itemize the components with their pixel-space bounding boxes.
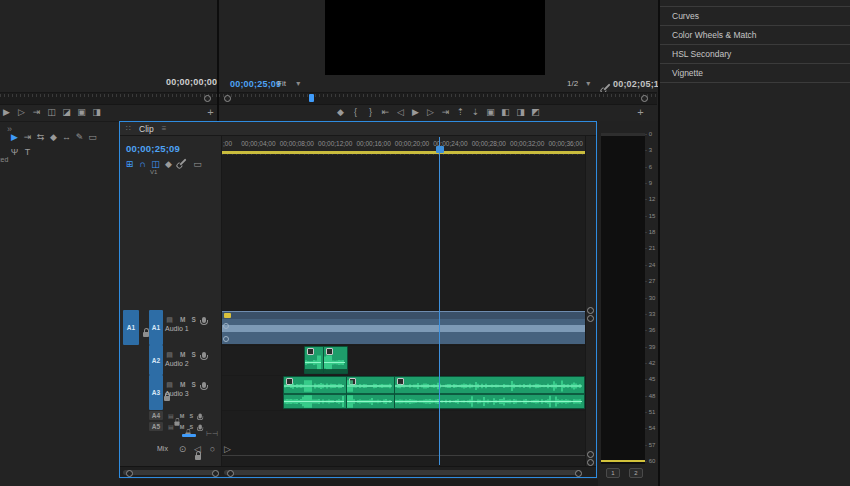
volume-band[interactable]: [222, 325, 585, 332]
timeline-zoom-scrollbar[interactable]: [224, 470, 581, 475]
export-frame-icon[interactable]: ▣: [486, 106, 495, 119]
comparison-view-icon[interactable]: ◧: [501, 106, 510, 119]
vscroll-handle[interactable]: [587, 307, 594, 314]
timeline-timecode[interactable]: 00;00;25;09: [126, 143, 180, 154]
scrollbar-handle[interactable]: [227, 470, 234, 477]
voiceover-mic-icon[interactable]: [202, 317, 206, 323]
timeline-tab-clip[interactable]: Clip: [139, 124, 154, 134]
overwrite-icon[interactable]: ◪: [62, 106, 71, 119]
panel-menu-icon[interactable]: ≡: [160, 122, 169, 135]
source-timecode[interactable]: 00;00;00;00: [166, 77, 217, 87]
source-patch-a1[interactable]: A1: [123, 310, 139, 345]
vscroll-handle[interactable]: [587, 459, 594, 466]
program-scrubber-playhead[interactable]: [309, 94, 314, 102]
track-name-mix[interactable]: Mix: [157, 445, 168, 452]
play-icon[interactable]: ▶: [411, 106, 420, 119]
program-scrubber-handle-right[interactable]: [641, 95, 648, 102]
header-zoom-scrollbar[interactable]: [123, 470, 219, 475]
timeline-settings-wrench-icon[interactable]: [177, 156, 189, 172]
work-area-bar[interactable]: [222, 151, 585, 154]
source-scrubber-handle[interactable]: [204, 95, 211, 102]
rectangle-tool[interactable]: ▭: [88, 131, 97, 144]
playback-resolution-select[interactable]: 1/2 ▾: [567, 79, 590, 88]
mute-button[interactable]: M: [180, 316, 185, 323]
previous-keyframe-icon[interactable]: ◁: [193, 443, 202, 456]
vscroll-handle[interactable]: [587, 315, 594, 322]
solo-button[interactable]: S: [189, 413, 193, 419]
multi-camera-icon[interactable]: ◨: [516, 106, 525, 119]
export-frame-icon[interactable]: ▣: [77, 106, 86, 119]
ripple-edit-tool[interactable]: ⇆: [36, 131, 45, 144]
program-timecode[interactable]: 00;00;25;09: [230, 79, 281, 89]
hand-tool[interactable]: Ψ: [10, 146, 19, 159]
track-target-a3[interactable]: A3: [149, 375, 163, 410]
step-forward-icon[interactable]: ▷: [17, 106, 26, 119]
fx-badge[interactable]: [307, 348, 314, 355]
track-target-a1[interactable]: A1: [149, 310, 163, 345]
lumetri-section-vignette[interactable]: Vignette: [660, 64, 850, 83]
scrollbar-handle[interactable]: [575, 470, 582, 477]
next-keyframe-icon[interactable]: ▷: [223, 443, 232, 456]
track-select-forward-tool[interactable]: ⇥: [23, 131, 32, 144]
meter-channel-2[interactable]: 2: [629, 468, 643, 478]
extract-icon[interactable]: ⇣: [471, 106, 480, 119]
selection-tool[interactable]: ▶: [10, 131, 19, 144]
nested-sequence-icon[interactable]: ⊞: [125, 158, 134, 171]
voiceover-mic-icon[interactable]: [202, 352, 206, 358]
go-to-out-icon[interactable]: ⇥: [441, 106, 450, 119]
voiceover-mic-icon[interactable]: [198, 424, 201, 429]
captions-icon[interactable]: ▭: [193, 158, 202, 171]
program-scrubber-handle-left[interactable]: [224, 95, 231, 102]
pen-tool[interactable]: ✎: [75, 131, 84, 144]
step-forward-icon[interactable]: ▷: [426, 106, 435, 119]
track-target-a4[interactable]: A4: [149, 411, 163, 420]
fx-badge[interactable]: [326, 348, 333, 355]
mark-in-icon[interactable]: {: [351, 106, 360, 119]
lumetri-section-color-wheels-match[interactable]: Color Wheels & Match: [660, 26, 850, 45]
solo-button[interactable]: S: [191, 381, 195, 388]
meter-channel-1[interactable]: 1: [606, 468, 620, 478]
scrollbar-handle[interactable]: [126, 470, 133, 477]
clip-audio3-3[interactable]: [394, 376, 585, 409]
lumetri-section-curves[interactable]: Curves: [660, 7, 850, 26]
mute-button[interactable]: M: [180, 424, 185, 430]
mute-button[interactable]: M: [180, 413, 185, 419]
fx-badge[interactable]: [224, 313, 231, 318]
clip-audio3-2[interactable]: [346, 376, 395, 409]
go-to-in-icon[interactable]: ⇤: [381, 106, 390, 119]
mark-out-icon[interactable]: }: [366, 106, 375, 119]
track-target-a5[interactable]: A5: [149, 422, 163, 431]
track-target-a2[interactable]: A2: [149, 345, 163, 375]
razor-tool[interactable]: ◆: [49, 131, 58, 144]
clip-audio2-2[interactable]: [323, 346, 348, 374]
program-add-button[interactable]: +: [636, 106, 645, 119]
track-name-audio2[interactable]: Audio 2: [165, 360, 189, 367]
snap-icon[interactable]: ∩: [138, 158, 147, 171]
keyframe-toggle-icon[interactable]: [223, 336, 229, 342]
clip-audio2-1[interactable]: [304, 346, 324, 374]
playhead-head[interactable]: [436, 146, 444, 153]
voiceover-mic-icon[interactable]: [202, 382, 206, 388]
button-editor-icon[interactable]: ◨: [92, 106, 101, 119]
program-settings-wrench-icon[interactable]: [603, 83, 610, 90]
track-height-mini-scrollbar[interactable]: [182, 434, 196, 437]
scrollbar-handle[interactable]: [212, 470, 219, 477]
add-marker-icon[interactable]: ◆: [164, 158, 173, 171]
step-back-icon[interactable]: ◁: [396, 106, 405, 119]
playhead-line[interactable]: [439, 137, 440, 465]
mute-button[interactable]: M: [180, 381, 185, 388]
track-name-audio3[interactable]: Audio 3: [165, 390, 189, 397]
add-marker-icon[interactable]: ◆: [336, 106, 345, 119]
play-icon[interactable]: ▶: [2, 106, 11, 119]
zoom-fit-select[interactable]: Fit ▾: [277, 79, 300, 88]
lumetri-section-hsl-secondary[interactable]: HSL Secondary: [660, 45, 850, 64]
track-height-preset-icon[interactable]: ⊢⊣: [206, 427, 218, 440]
keyframe-toggle-icon[interactable]: [223, 323, 229, 329]
clip-audio3-1[interactable]: [283, 376, 347, 409]
sync-lock-icon[interactable]: ▤: [167, 421, 175, 432]
vertical-scrollbar[interactable]: [585, 136, 596, 466]
mute-button[interactable]: M: [180, 351, 185, 358]
voiceover-mic-icon[interactable]: [198, 413, 201, 418]
track-name-audio1[interactable]: Audio 1: [165, 325, 189, 332]
vscroll-handle[interactable]: [587, 451, 594, 458]
